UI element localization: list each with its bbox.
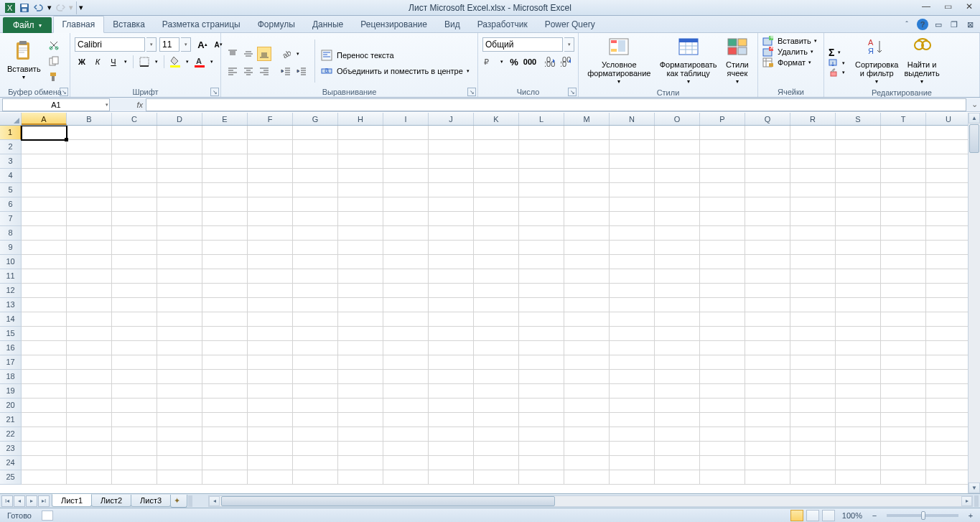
col-header-T[interactable]: T <box>881 113 926 125</box>
accounting-dropdown[interactable]: ▾ <box>498 55 505 69</box>
cell[interactable] <box>383 327 429 341</box>
cell[interactable] <box>157 298 202 312</box>
cell[interactable] <box>248 413 293 427</box>
cell[interactable] <box>564 154 610 169</box>
cell[interactable] <box>474 327 519 341</box>
row-header[interactable]: 13 <box>0 298 22 312</box>
cell[interactable] <box>474 212 519 226</box>
cell[interactable] <box>248 255 293 269</box>
cell[interactable] <box>655 154 700 169</box>
cell[interactable] <box>926 140 971 154</box>
cell[interactable] <box>429 140 474 154</box>
cell[interactable] <box>881 269 926 284</box>
cell[interactable] <box>926 442 971 456</box>
number-format-input[interactable] <box>482 37 563 52</box>
cell[interactable] <box>157 456 202 470</box>
cell[interactable] <box>926 169 971 183</box>
cell[interactable] <box>700 327 745 341</box>
row-header[interactable]: 23 <box>0 442 22 456</box>
cell[interactable] <box>519 197 564 212</box>
cell[interactable] <box>836 197 881 212</box>
cell[interactable] <box>836 399 881 413</box>
cell[interactable] <box>248 183 293 197</box>
accounting-icon[interactable]: ₽ <box>482 55 497 69</box>
cell[interactable] <box>610 355 655 370</box>
cell[interactable] <box>67 413 112 427</box>
cell[interactable] <box>474 140 519 154</box>
cell[interactable] <box>564 197 610 212</box>
cell[interactable] <box>248 241 293 255</box>
cell[interactable] <box>383 255 429 269</box>
row-header[interactable]: 10 <box>0 255 22 269</box>
align-center-icon[interactable] <box>241 64 256 78</box>
cell[interactable] <box>112 284 157 298</box>
cell[interactable] <box>881 413 926 427</box>
cell[interactable] <box>745 154 790 169</box>
cell[interactable] <box>836 456 881 470</box>
cell[interactable] <box>745 269 790 284</box>
cell[interactable] <box>202 140 248 154</box>
cell[interactable] <box>745 399 790 413</box>
cell[interactable] <box>112 241 157 255</box>
cell[interactable] <box>338 427 383 442</box>
window-restore-icon[interactable]: ❐ <box>948 19 960 30</box>
zoom-in-button[interactable]: + <box>966 511 976 520</box>
cell[interactable] <box>700 427 745 442</box>
underline-dropdown[interactable]: ▾ <box>122 55 129 69</box>
cell[interactable] <box>655 126 700 140</box>
row-header[interactable]: 22 <box>0 427 22 442</box>
align-left-icon[interactable] <box>225 64 240 78</box>
align-middle-icon[interactable] <box>241 47 256 61</box>
comma-icon[interactable]: 000 <box>523 55 537 69</box>
cell[interactable] <box>745 427 790 442</box>
cell[interactable] <box>383 298 429 312</box>
cell[interactable] <box>745 456 790 470</box>
cell[interactable] <box>610 442 655 456</box>
col-header-R[interactable]: R <box>790 113 836 125</box>
cell[interactable] <box>474 197 519 212</box>
cell[interactable] <box>112 269 157 284</box>
cell[interactable] <box>112 298 157 312</box>
cell[interactable] <box>745 255 790 269</box>
cell[interactable] <box>293 212 338 226</box>
cell[interactable] <box>383 212 429 226</box>
cell[interactable] <box>248 355 293 370</box>
cell[interactable] <box>655 140 700 154</box>
cell[interactable] <box>790 154 836 169</box>
undo-icon[interactable] <box>32 1 46 14</box>
fill-dropdown[interactable]: ▾ <box>184 55 191 69</box>
cell[interactable] <box>22 126 67 140</box>
cell[interactable] <box>519 226 564 241</box>
cell[interactable] <box>519 355 564 370</box>
cell[interactable] <box>836 226 881 241</box>
close-button[interactable]: ✕ <box>961 1 977 11</box>
cell[interactable] <box>248 327 293 341</box>
cell[interactable] <box>610 241 655 255</box>
cell[interactable] <box>293 384 338 399</box>
cell[interactable] <box>22 399 67 413</box>
cell[interactable] <box>926 327 971 341</box>
cell[interactable] <box>745 126 790 140</box>
cell[interactable] <box>338 126 383 140</box>
horizontal-scrollbar[interactable]: ◂ ▸ <box>208 495 973 507</box>
cell[interactable] <box>519 169 564 183</box>
cell[interactable] <box>564 427 610 442</box>
cell[interactable] <box>474 284 519 298</box>
tab-view[interactable]: Вид <box>436 17 469 32</box>
cell[interactable] <box>293 427 338 442</box>
cell[interactable] <box>926 355 971 370</box>
cell[interactable] <box>474 312 519 327</box>
row-header[interactable]: 17 <box>0 355 22 370</box>
formula-expand-icon[interactable]: ⌄ <box>969 100 980 109</box>
cell[interactable] <box>474 370 519 384</box>
cell[interactable] <box>700 312 745 327</box>
row-header[interactable]: 3 <box>0 154 22 169</box>
hscroll-splitter[interactable] <box>974 495 979 507</box>
cell[interactable] <box>655 384 700 399</box>
cell[interactable] <box>338 197 383 212</box>
cell[interactable] <box>610 269 655 284</box>
cell[interactable] <box>881 197 926 212</box>
cell[interactable] <box>202 197 248 212</box>
cell[interactable] <box>157 154 202 169</box>
cell[interactable] <box>655 197 700 212</box>
